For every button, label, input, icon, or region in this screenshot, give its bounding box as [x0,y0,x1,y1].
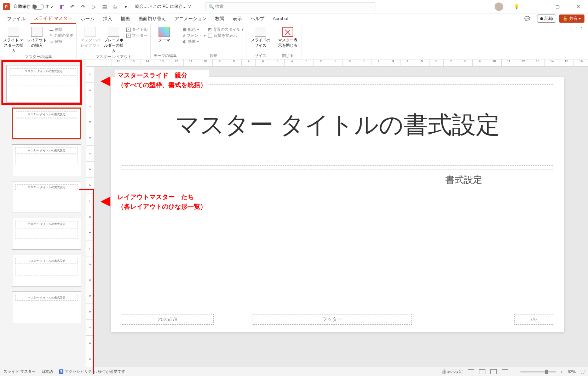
tab-draw[interactable]: 描画 [117,14,133,23]
zoom-slider[interactable] [520,371,556,372]
annotation-arrow-icon [100,76,110,86]
zoom-out-button[interactable]: − [513,370,515,374]
normal-view-icon[interactable] [468,369,474,374]
layout-thumbnail[interactable]: マスター タイトルの書式設定 [12,181,81,213]
autosave-label: 自動保存 [13,4,30,10]
slide-size-button[interactable]: スライドのサイズ [250,25,271,48]
rename-button[interactable]: ✎ 名前の変更 [50,33,74,38]
maximize-button[interactable]: ▢ [550,1,565,12]
slidenumber-placeholder[interactable]: ‹#› [514,314,553,325]
record-button[interactable]: 記録 [537,15,556,23]
status-language[interactable]: 日本語 [41,369,53,374]
record-dot-icon [540,17,543,20]
group-label: テーマの編集 [154,52,177,58]
group-edit-master: スライド マスターの挿入 レイアウトの挿入 ▬ 削除 ✎ 名前の変更 ▭ 保持 … [0,24,77,59]
title-checkbox[interactable]: ✓タイトル [126,27,148,32]
themes-icon [158,27,170,37]
annotation-line [93,190,94,374]
thumbnail-pane[interactable]: 1 マスター タイトルの書式設定 マスター タイトルの書式設定 マスター タイト… [0,59,86,367]
document-title[interactable]: 総会.… • この PC に保存… ∨ [135,4,191,10]
close-master-view-button[interactable]: マスター表示を閉じる [277,25,298,48]
tab-review[interactable]: 校閲 [212,14,228,23]
layout-thumbnail[interactable]: マスター タイトルの書式設定 [12,255,81,287]
layout-thumbnail[interactable]: マスター タイトルの書式設定 [12,291,81,323]
tab-acrobat[interactable]: Acrobat [269,15,292,23]
hide-bg-checkbox[interactable]: 背景を非表示 [208,33,244,38]
layout-icon [31,27,42,37]
ribbon-tabs: ファイル スライド マスター ホーム 挿入 描画 画面切り替え アニメーション … [0,13,588,24]
undo-icon[interactable]: ↶ [69,4,76,10]
qat-more-icon[interactable]: ▾ [122,4,129,10]
title-placeholder[interactable]: マスター タイトルの書式設定 [122,84,553,166]
annotation-line [79,189,94,190]
zoom-in-button[interactable]: + [561,370,563,374]
group-label: マスターの編集 [3,53,74,59]
master-thumbnail[interactable]: マスター タイトルの書式設定 [6,65,81,103]
reading-view-icon[interactable] [490,369,497,374]
tab-home[interactable]: ホーム [77,14,98,23]
layout-thumbnail[interactable]: マスター タイトルの書式設定 [12,144,81,176]
tab-file[interactable]: ファイル [4,14,29,23]
fit-to-window-icon[interactable]: ⛶ [581,370,584,374]
layout-thumbnail[interactable]: マスター タイトルの書式設定 [12,108,81,139]
themes-button[interactable]: テーマ [154,25,175,43]
quick-access-toolbar: ◧ ↶ ↷ ▷ ▤ ⎙ ▾ [59,4,129,10]
sorter-view-icon[interactable] [479,369,485,374]
autosave-toggle[interactable]: 自動保存 オフ [13,4,54,10]
group-label: 背景 [183,52,244,58]
toggle-switch[interactable] [32,4,44,10]
status-accessibility[interactable]: ♿ アクセシビリティ: 検討が必要です [59,369,125,374]
group-label: 閉じる [277,52,298,58]
tab-transitions[interactable]: 画面切り替え [135,14,169,23]
qat-icon[interactable]: ▤ [101,4,108,10]
colors-button[interactable]: ▦ 配色 ▾ [183,27,206,32]
collapse-ribbon-icon[interactable]: ⌃ [575,24,588,59]
layout-thumbnail[interactable]: マスター タイトルの書式設定 [12,218,81,250]
autosave-state: オフ [45,4,54,10]
subtitle-placeholder[interactable]: 書式設定 [122,169,553,190]
insert-layout-button[interactable]: レイアウトの挿入 [26,25,47,48]
tab-slide-master[interactable]: スライド マスター [30,14,76,24]
master-layout-button: マスターのレイアウト [80,25,101,48]
placeholder-icon [108,27,119,37]
comments-icon[interactable]: 💬 [520,13,534,24]
lightbulb-icon[interactable]: 💡 [509,1,524,12]
fonts-button[interactable]: A フォント ▾ [183,33,206,38]
group-master-layout: マスターのレイアウト プレースホルダーの挿入 ✓タイトル ✓フッター マスター … [77,24,151,59]
display-settings[interactable]: ▦ 表示設定 [442,369,463,374]
horizontal-ruler: 1615141312111098765432101234567891011121… [86,59,588,66]
workspace: 1 マスター タイトルの書式設定 マスター タイトルの書式設定 マスター タイト… [0,59,588,367]
minimize-button[interactable]: — [530,1,544,12]
tab-view[interactable]: 表示 [229,14,246,23]
zoom-level[interactable]: 92% [568,370,576,374]
date-placeholder[interactable]: 2025/1/8 [122,314,214,325]
effects-button[interactable]: ◐ 効果 ▾ [183,39,206,44]
insert-slide-master-button[interactable]: スライド マスターの挿入 [3,25,24,53]
group-label: マスター レイアウト [80,53,148,59]
qat-icon[interactable]: ⎙ [112,4,118,10]
search-input[interactable]: 🔍 検索 [206,2,375,11]
bg-styles-button[interactable]: ◩ 背景のスタイル ▾ [208,27,244,32]
close-button[interactable]: ✕ [571,1,585,12]
footer-checkbox[interactable]: ✓フッター [126,33,148,38]
share-button[interactable]: 🔒 共有 ▾ [559,15,584,23]
close-icon [282,27,293,37]
group-theme: テーマ テーマの編集 [151,24,180,59]
footer-placeholder[interactable]: フッター [253,314,412,325]
slide-size-icon [255,27,266,37]
user-avatar[interactable] [495,2,503,11]
group-label: サイズ [250,52,271,58]
slideshow-view-icon[interactable] [502,369,508,374]
tab-animations[interactable]: アニメーション [171,14,210,23]
tab-help[interactable]: ヘルプ [247,14,268,23]
save-icon[interactable]: ◧ [59,4,65,10]
redo-icon[interactable]: ↷ [80,4,86,10]
tab-insert[interactable]: 挿入 [99,14,116,23]
master-layout-icon [85,27,96,37]
insert-placeholder-button[interactable]: プレースホルダーの挿入 [103,25,124,53]
slide-editor[interactable]: 1615141312111098765432101234567891011121… [86,59,588,367]
from-beginning-icon[interactable]: ▷ [91,4,97,10]
annotation-arrow-icon [100,197,110,207]
annotation-master: マスタースライド 親分 （すべての型枠、書式を統括） [115,70,209,91]
status-bar: スライド マスター 日本語 ♿ アクセシビリティ: 検討が必要です ▦ 表示設定… [0,367,588,376]
